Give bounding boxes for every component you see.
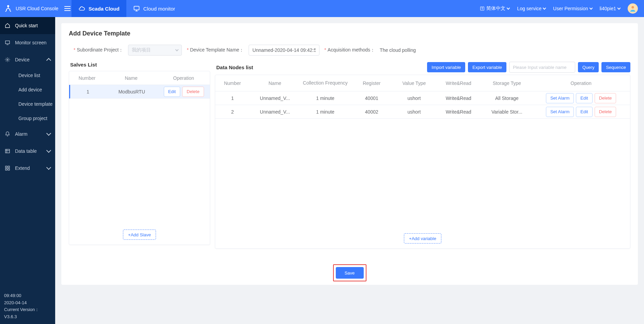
svg-rect-10 xyxy=(8,168,10,170)
bell-icon xyxy=(5,131,10,137)
sidebar-item-monitor-screen[interactable]: Monitor screen xyxy=(0,34,55,51)
svg-point-5 xyxy=(7,59,8,60)
query-button[interactable]: Query xyxy=(578,62,599,72)
variable-search-input[interactable] xyxy=(509,62,575,73)
page-title: Add Device Template xyxy=(69,30,630,37)
save-highlight: Save xyxy=(333,264,366,281)
sequence-button[interactable]: Sequence xyxy=(601,62,630,72)
footer-time: 09:49:00 xyxy=(4,292,51,299)
chevron-down-icon xyxy=(46,131,51,136)
top-tabs: Scada Cloud Cloud monitor xyxy=(72,0,182,17)
sidebar-item-alarm[interactable]: Alarm xyxy=(0,126,55,143)
edit-slave-button[interactable]: Edit xyxy=(164,87,180,97)
edit-node-button[interactable]: Edit xyxy=(576,93,592,103)
add-slave-button[interactable]: + Add Slave xyxy=(123,230,156,240)
node-row: 2 Unnamed_V... 1 minute 40002 ushort Wri… xyxy=(215,105,630,119)
slaves-panel-wrap: Salves List Number Name Operation 1 Modb… xyxy=(69,62,210,249)
nodes-panel-wrap: Data Nodes list Import variable Export v… xyxy=(215,62,630,249)
avatar[interactable] xyxy=(628,3,638,14)
footer-version: Current Version：V3.6.3 xyxy=(4,306,51,321)
template-name-input[interactable] xyxy=(249,45,319,56)
table-icon xyxy=(5,148,10,154)
slaves-title: Salves List xyxy=(70,62,210,68)
acq-value: The cloud polling xyxy=(380,47,416,53)
svg-point-0 xyxy=(7,5,9,7)
svg-rect-9 xyxy=(5,168,7,170)
sidebar-footer: 09:49:00 2020-04-14 Current Version：V3.6… xyxy=(0,289,55,324)
sidebar-item-quick-start[interactable]: Quick start xyxy=(0,17,55,34)
monitor-icon xyxy=(5,40,10,45)
chevron-down-icon xyxy=(507,6,510,10)
top-right: 简体中文 Log service User Permission li40pie… xyxy=(480,3,644,14)
nodes-head-row: Data Nodes list Import variable Export v… xyxy=(215,62,630,73)
gear-icon xyxy=(5,57,10,62)
sidebar-item-group-project[interactable]: Group project xyxy=(0,111,55,126)
console-title: USR Cloud Console xyxy=(16,6,58,11)
tab-cloud-monitor[interactable]: Cloud monitor xyxy=(126,0,182,17)
project-label: *Subordinate Project： xyxy=(74,47,123,53)
tab-label: Cloud monitor xyxy=(143,6,175,12)
template-name-label: *Device Template Name： xyxy=(187,47,244,53)
two-column: Salves List Number Name Operation 1 Modb… xyxy=(69,62,630,249)
form-row: *Subordinate Project： 我的项目 *Device Templ… xyxy=(69,45,630,56)
node-row: 1 Unnamed_V... 1 minute 40001 ushort Wri… xyxy=(215,91,630,105)
edit-node-button[interactable]: Edit xyxy=(576,107,592,117)
project-select[interactable]: 我的项目 xyxy=(128,45,182,56)
monitor-icon xyxy=(133,5,140,12)
nodes-table: Number Name Collection Frequency Registe… xyxy=(215,75,630,119)
chevron-up-icon xyxy=(46,58,51,63)
tab-scada-cloud[interactable]: Scada Cloud xyxy=(72,0,126,17)
footer-date: 2020-04-14 xyxy=(4,299,51,307)
svg-rect-6 xyxy=(5,149,10,153)
chevron-down-icon xyxy=(589,6,593,10)
svg-rect-4 xyxy=(5,41,10,44)
slaves-panel: Number Name Operation 1 ModbusRTU Edit D… xyxy=(69,71,210,245)
slaves-header: Number Name Operation xyxy=(69,71,210,85)
export-variable-button[interactable]: Export variable xyxy=(468,62,506,72)
avatar-icon xyxy=(629,5,637,12)
lang-icon xyxy=(480,6,485,11)
add-variable-button[interactable]: + Add variable xyxy=(404,233,441,244)
main: Add Device Template *Subordinate Project… xyxy=(55,17,644,324)
nodes-panel: Number Name Collection Frequency Registe… xyxy=(215,75,630,249)
save-row: Save xyxy=(69,264,630,281)
svg-rect-7 xyxy=(5,166,7,168)
app-logo-icon xyxy=(4,4,12,13)
chevron-down-icon xyxy=(46,148,51,153)
chevron-down-icon xyxy=(617,6,621,10)
chevron-down-icon xyxy=(175,48,179,51)
save-button[interactable]: Save xyxy=(336,267,364,279)
acq-label: *Acquisition methods： xyxy=(324,47,375,53)
delete-node-button[interactable]: Delete xyxy=(595,93,616,103)
home-icon xyxy=(5,23,10,28)
delete-node-button[interactable]: Delete xyxy=(595,107,616,117)
sidebar-item-add-device[interactable]: Add device xyxy=(0,83,55,97)
nodes-title: Data Nodes list xyxy=(216,64,253,70)
content-card: Add Device Template *Subordinate Project… xyxy=(61,23,638,285)
sidebar-item-device-list[interactable]: Device list xyxy=(0,68,55,83)
nodes-toolbar: Import variable Export variable Query Se… xyxy=(427,62,630,73)
sidebar-item-device[interactable]: Device xyxy=(0,51,55,68)
log-service-link[interactable]: Log service xyxy=(517,6,546,11)
delete-slave-button[interactable]: Delete xyxy=(182,87,204,97)
nodes-header: Number Name Collection Frequency Registe… xyxy=(215,75,630,91)
sidebar-item-data-table[interactable]: Data table xyxy=(0,143,55,160)
menu-icon[interactable] xyxy=(64,6,70,11)
tab-label: Scada Cloud xyxy=(89,6,120,12)
set-alarm-button[interactable]: Set Alarm xyxy=(546,93,574,103)
sidebar: Quick start Monitor screen Device Device… xyxy=(0,17,55,324)
username-menu[interactable]: li40pie1 xyxy=(600,6,620,11)
sidebar-item-device-template[interactable]: Device template xyxy=(0,97,55,111)
grid-icon xyxy=(5,165,10,171)
logo-area: USR Cloud Console xyxy=(0,4,72,13)
cloud-icon xyxy=(78,5,85,12)
slave-row[interactable]: 1 ModbusRTU Edit Delete xyxy=(69,85,210,99)
import-variable-button[interactable]: Import variable xyxy=(427,62,465,72)
chevron-down-icon xyxy=(543,6,546,10)
svg-point-3 xyxy=(631,6,634,9)
user-permission-link[interactable]: User Permission xyxy=(553,6,592,11)
set-alarm-button[interactable]: Set Alarm xyxy=(546,107,574,117)
svg-rect-1 xyxy=(134,6,139,10)
sidebar-item-extend[interactable]: Extend xyxy=(0,160,55,177)
language-switch[interactable]: 简体中文 xyxy=(480,5,509,12)
